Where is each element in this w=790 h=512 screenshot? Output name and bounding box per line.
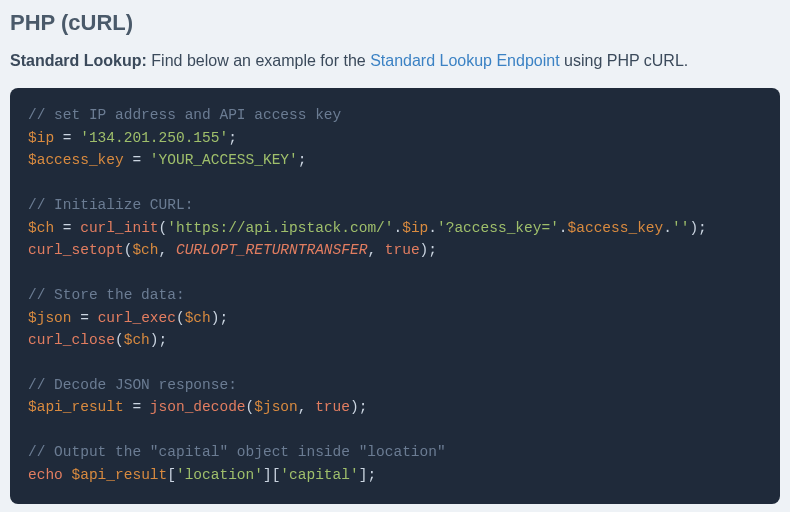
code-punct: ; [367, 467, 376, 483]
code-var: $ch [132, 242, 158, 258]
code-var: $ch [28, 220, 54, 236]
code-punct: ; [219, 310, 228, 326]
code-punct: ) [350, 399, 359, 415]
code-punct: ( [159, 220, 168, 236]
code-punct: ( [115, 332, 124, 348]
code-punct: ) [420, 242, 429, 258]
code-func: curl_init [80, 220, 158, 236]
code-op: = [54, 220, 80, 236]
code-punct: . [663, 220, 672, 236]
code-punct: , [159, 242, 176, 258]
code-punct: ; [698, 220, 707, 236]
code-punct: [ [167, 467, 176, 483]
code-block: // set IP address and API access key $ip… [10, 88, 780, 504]
code-keyword: true [385, 242, 420, 258]
code-str: 'location' [176, 467, 263, 483]
code-str: 'YOUR_ACCESS_KEY' [150, 152, 298, 168]
code-var: $ch [185, 310, 211, 326]
code-var: $json [254, 399, 298, 415]
code-punct: , [298, 399, 315, 415]
code-var: $access_key [568, 220, 664, 236]
code-str: '' [672, 220, 689, 236]
code-keyword: echo [28, 467, 63, 483]
code-op: = [124, 152, 150, 168]
section-title: PHP (cURL) [10, 10, 780, 36]
code-punct: ; [298, 152, 307, 168]
code-var: $ip [402, 220, 428, 236]
code-var: $api_result [72, 467, 168, 483]
lead-bold: Standard Lookup: [10, 52, 147, 69]
code-str: '?access_key=' [437, 220, 559, 236]
code-func: curl_setopt [28, 242, 124, 258]
lead-text-before: Find below an example for the [147, 52, 370, 69]
code-punct: ; [228, 130, 237, 146]
code-punct: . [559, 220, 568, 236]
code-var: $ch [124, 332, 150, 348]
code-punct: , [367, 242, 384, 258]
code-punct: ) [150, 332, 159, 348]
lead-text-after: using PHP cURL. [560, 52, 689, 69]
code-comment: // set IP address and API access key [28, 107, 341, 123]
code-comment: // Decode JSON response: [28, 377, 237, 393]
code-func: curl_close [28, 332, 115, 348]
code-op: = [124, 399, 150, 415]
code-op [63, 467, 72, 483]
code-comment: // Output the "capital" object inside "l… [28, 444, 446, 460]
code-func: json_decode [150, 399, 246, 415]
code-var: $access_key [28, 152, 124, 168]
code-punct: ( [176, 310, 185, 326]
lead-paragraph: Standard Lookup: Find below an example f… [10, 50, 780, 72]
code-str: 'https://api.ipstack.com/' [167, 220, 393, 236]
code-punct: ] [263, 467, 272, 483]
code-punct: ( [246, 399, 255, 415]
code-punct: . [428, 220, 437, 236]
code-punct: ; [359, 399, 368, 415]
code-keyword: true [315, 399, 350, 415]
standard-lookup-link[interactable]: Standard Lookup Endpoint [370, 52, 559, 69]
code-func: curl_exec [98, 310, 176, 326]
code-punct: ) [689, 220, 698, 236]
code-punct: ; [159, 332, 168, 348]
code-op: = [54, 130, 80, 146]
code-punct: . [394, 220, 403, 236]
code-var: $ip [28, 130, 54, 146]
code-const: CURLOPT_RETURNTRANSFER [176, 242, 367, 258]
code-punct: ; [428, 242, 437, 258]
code-comment: // Store the data: [28, 287, 185, 303]
code-var: $api_result [28, 399, 124, 415]
code-var: $json [28, 310, 72, 326]
code-str: '134.201.250.155' [80, 130, 228, 146]
code-comment: // Initialize CURL: [28, 197, 193, 213]
code-str: 'capital' [280, 467, 358, 483]
code-op: = [72, 310, 98, 326]
